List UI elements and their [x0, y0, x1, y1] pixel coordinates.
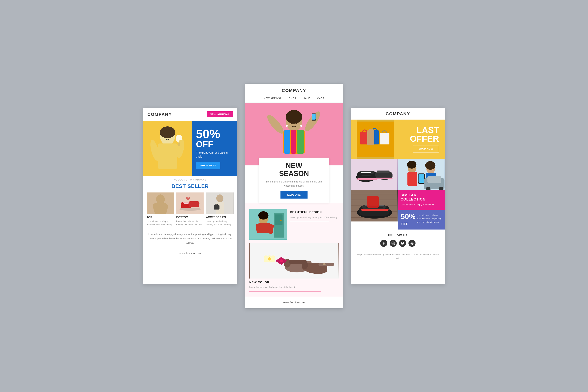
- card3-discount-box: 50% OFF Lorem Ipsum is simply dummy text…: [398, 210, 445, 230]
- card1-product-bottom-desc: Lorem Ipsum is simply dummy text of the …: [176, 220, 204, 226]
- email-card-2: COMPANY NEW ARRIVAL SHOP SALE CART: [245, 84, 343, 308]
- card3-last-offer-title: LAST OFFER: [394, 126, 439, 143]
- card1-hero-text-panel: 50% OFF The great year end sale is back!…: [192, 121, 237, 176]
- card3-grid-shoes: [351, 159, 398, 190]
- svg-rect-95: [419, 174, 424, 183]
- card3-facebook-icon[interactable]: [380, 240, 387, 247]
- card2-newcolor-title: NEW COLOR: [249, 280, 339, 284]
- card1-product-accessories-name: ACCESSORIES: [206, 216, 234, 219]
- card3-discount-numbers: 50% OFF: [400, 213, 416, 226]
- card3-product-grid: SIMILARCOLLECTION Lorem Ipsum is simply …: [351, 159, 445, 230]
- card2-nav-cart[interactable]: CART: [317, 97, 324, 100]
- svg-point-10: [179, 140, 184, 143]
- card2-company: COMPANY: [245, 84, 343, 95]
- card3-company: COMPANY: [351, 108, 445, 120]
- card1-footer-link[interactable]: www.fashion.com: [143, 249, 237, 259]
- card3-social-icons: [351, 240, 445, 247]
- svg-rect-79: [357, 178, 377, 180]
- svg-point-30: [286, 110, 302, 124]
- card3-shoes-svg: [351, 159, 398, 190]
- card3-girls-image: [398, 159, 445, 190]
- email-card-3: COMPANY LAST OFFER SHOP NOW: [351, 108, 445, 284]
- card1-discount-off: OFF: [196, 140, 233, 148]
- card2-newcolor-image: [249, 243, 339, 278]
- card3-similar-box: SIMILARCOLLECTION Lorem Ipsum is simply …: [398, 190, 445, 210]
- card3-shoes-image: [351, 159, 398, 190]
- card3-follow-section: FOLLOW US: [351, 230, 445, 267]
- card2-newcolor-description: Lorem Ipsum is simply dummy text of the …: [249, 286, 339, 289]
- svg-rect-20: [189, 201, 199, 207]
- card1-product-accessories-image: [206, 192, 234, 214]
- svg-point-90: [407, 161, 416, 168]
- card1-product-bottom-image: [176, 192, 204, 214]
- card2-newcolor-divider: [249, 292, 321, 292]
- card3-footer-text: Neque porro quisquam est qui dolorem ips…: [351, 253, 445, 265]
- svg-rect-33: [291, 130, 296, 154]
- svg-rect-86: [376, 178, 392, 179]
- svg-rect-113: [367, 196, 379, 208]
- svg-point-8: [164, 136, 166, 138]
- svg-point-59: [302, 261, 308, 269]
- card2-beautiful-content: BEAUTIFUL DESIGN Lorem Ipsum is simply d…: [290, 209, 339, 240]
- card2-nav-shop[interactable]: SHOP: [289, 97, 296, 100]
- svg-rect-2: [158, 144, 178, 169]
- card2-beautiful-title: BEAUTIFUL DESIGN: [290, 210, 339, 214]
- card1-product-top: TOP Lorem Ipsum is simply dummy text of …: [146, 192, 174, 226]
- svg-point-62: [323, 263, 326, 266]
- card2-explore-button[interactable]: EXPLORE: [280, 191, 307, 198]
- svg-point-7: [160, 126, 176, 138]
- card1-product-bottom: BOTTOM Lorem Ipsum is simply dummy text …: [176, 192, 204, 226]
- card1-company: COMPANY: [148, 112, 172, 117]
- svg-point-12: [156, 194, 165, 204]
- card1-header: COMPANY NEW ARRIVAL: [143, 108, 237, 121]
- card2-beautiful-divider: [290, 222, 329, 222]
- svg-rect-110: [361, 209, 389, 211]
- svg-point-64: [268, 257, 271, 260]
- card1-discount-percent: 50%: [196, 128, 233, 140]
- card1-shop-now-button[interactable]: SHOP NOW: [196, 162, 220, 169]
- card2-nav-new-arrival[interactable]: NEW ARRIVAL: [264, 97, 282, 100]
- svg-point-25: [216, 194, 223, 202]
- card3-similar-section: SIMILARCOLLECTION Lorem Ipsum is simply …: [398, 190, 445, 230]
- card3-follow-label: FOLLOW US: [351, 234, 445, 237]
- svg-rect-38: [312, 114, 316, 120]
- svg-rect-72: [380, 133, 390, 145]
- svg-rect-27: [214, 205, 219, 210]
- svg-point-60: [280, 259, 283, 262]
- card2-hero-svg: [245, 103, 343, 166]
- card1-product-top-desc: Lorem Ipsum is simply dummy text of the …: [146, 220, 174, 226]
- top-product-svg: [146, 192, 174, 214]
- svg-rect-32: [284, 130, 290, 154]
- card2-beautiful-description: Lorem Ipsum is simply dummy text of the …: [290, 216, 339, 219]
- card1-hero-image: [143, 121, 192, 176]
- svg-point-67: [264, 258, 268, 262]
- card3-hero-image: [357, 120, 394, 159]
- card2-newcolor-section: NEW COLOR Lorem Ipsum is simply dummy te…: [245, 243, 343, 296]
- svg-point-51: [280, 220, 282, 221]
- bottom-product-svg: [176, 192, 204, 214]
- card2-beautiful-section: BEAUTIFUL DESIGN Lorem Ipsum is simply d…: [245, 203, 343, 243]
- card2-footer-link[interactable]: www.fashion.com: [245, 296, 343, 308]
- card1-products-grid: TOP Lorem Ipsum is simply dummy text of …: [143, 192, 237, 228]
- card1-product-accessories: ACCESSORIES Lorem Ipsum is simply dummy …: [206, 192, 234, 226]
- card2-nav-sale[interactable]: SALE: [304, 97, 310, 100]
- svg-point-42: [295, 122, 297, 124]
- svg-rect-61: [318, 263, 334, 266]
- card2-nav: NEW ARRIVAL SHOP SALE CART: [245, 95, 343, 103]
- svg-rect-85: [377, 170, 390, 173]
- svg-point-68: [271, 258, 275, 262]
- card3-discount-description: Lorem Ipsum is simply dummy text of the …: [417, 213, 442, 224]
- card3-similar-description: Lorem Ipsum is simply dummy text.: [400, 203, 442, 206]
- card3-pinterest-icon[interactable]: [408, 240, 416, 247]
- card1-welcome-text: WELCOME TO COMPANY: [143, 176, 237, 182]
- card3-discount-off: OFF: [400, 222, 416, 226]
- card3-hero: LAST OFFER SHOP NOW: [351, 120, 445, 159]
- card3-instagram-icon[interactable]: [390, 240, 397, 247]
- card3-twitter-icon[interactable]: [399, 240, 406, 247]
- card3-last-offer-text: LAST OFFER SHOP NOW: [394, 126, 439, 152]
- card3-similar-title: SIMILARCOLLECTION: [400, 193, 442, 202]
- accessories-product-svg: [206, 192, 234, 214]
- card3-shop-now-button[interactable]: SHOP NOW: [413, 145, 439, 152]
- card3-sneaker-svg: [351, 190, 398, 222]
- svg-rect-97: [428, 176, 441, 183]
